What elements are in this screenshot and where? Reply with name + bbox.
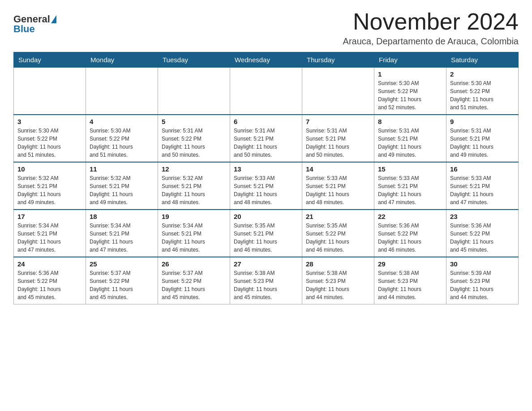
day-info: Sunrise: 5:37 AM Sunset: 5:22 PM Dayligh… [162,269,226,301]
calendar-day-cell: 25Sunrise: 5:37 AM Sunset: 5:22 PM Dayli… [86,257,158,304]
day-number: 6 [234,118,298,125]
day-info: Sunrise: 5:36 AM Sunset: 5:22 PM Dayligh… [378,222,442,254]
day-number: 14 [306,165,370,173]
day-info: Sunrise: 5:33 AM Sunset: 5:21 PM Dayligh… [234,174,298,206]
day-number: 1 [378,70,442,78]
day-info: Sunrise: 5:35 AM Sunset: 5:21 PM Dayligh… [234,222,298,254]
day-info: Sunrise: 5:31 AM Sunset: 5:21 PM Dayligh… [378,127,442,159]
day-number: 4 [90,118,154,125]
day-number: 16 [450,165,515,173]
weekday-header: Sunday [14,52,86,68]
day-number: 10 [17,165,82,173]
day-number: 13 [234,165,298,173]
weekday-header: Thursday [302,52,374,68]
calendar-day-cell: 11Sunrise: 5:32 AM Sunset: 5:21 PM Dayli… [86,162,158,210]
calendar-day-cell: 5Sunrise: 5:31 AM Sunset: 5:22 PM Daylig… [158,115,230,162]
weekday-header: Saturday [446,52,519,68]
calendar-day-cell: 3Sunrise: 5:30 AM Sunset: 5:22 PM Daylig… [14,115,86,162]
day-info: Sunrise: 5:39 AM Sunset: 5:23 PM Dayligh… [450,269,515,301]
day-number: 29 [378,260,442,268]
calendar-day-cell [14,68,86,115]
day-info: Sunrise: 5:35 AM Sunset: 5:22 PM Dayligh… [306,222,370,254]
calendar-day-cell: 7Sunrise: 5:31 AM Sunset: 5:21 PM Daylig… [302,115,374,162]
calendar-week-row: 24Sunrise: 5:36 AM Sunset: 5:22 PM Dayli… [14,257,519,304]
calendar-day-cell: 23Sunrise: 5:36 AM Sunset: 5:22 PM Dayli… [446,210,519,257]
calendar-day-cell [230,68,302,115]
day-number: 30 [450,260,515,268]
day-info: Sunrise: 5:34 AM Sunset: 5:21 PM Dayligh… [90,222,154,254]
calendar-day-cell: 30Sunrise: 5:39 AM Sunset: 5:23 PM Dayli… [446,257,519,304]
day-info: Sunrise: 5:32 AM Sunset: 5:21 PM Dayligh… [162,174,226,206]
day-number: 3 [17,118,82,125]
logo-triangle-icon [51,15,56,23]
day-info: Sunrise: 5:31 AM Sunset: 5:21 PM Dayligh… [450,127,515,159]
day-number: 5 [162,118,226,125]
calendar-day-cell: 18Sunrise: 5:34 AM Sunset: 5:21 PM Dayli… [86,210,158,257]
calendar-day-cell [158,68,230,115]
calendar-day-cell: 28Sunrise: 5:38 AM Sunset: 5:23 PM Dayli… [302,257,374,304]
month-title: November 2024 [343,9,519,34]
day-number: 2 [450,70,515,78]
logo: General Blue [13,13,56,35]
calendar-day-cell: 20Sunrise: 5:35 AM Sunset: 5:21 PM Dayli… [230,210,302,257]
day-info: Sunrise: 5:31 AM Sunset: 5:21 PM Dayligh… [234,127,298,159]
weekday-header: Tuesday [158,52,230,68]
day-info: Sunrise: 5:37 AM Sunset: 5:22 PM Dayligh… [90,269,154,301]
calendar-day-cell [86,68,158,115]
calendar-day-cell: 4Sunrise: 5:30 AM Sunset: 5:22 PM Daylig… [86,115,158,162]
calendar-week-row: 3Sunrise: 5:30 AM Sunset: 5:22 PM Daylig… [14,115,519,162]
calendar-week-row: 1Sunrise: 5:30 AM Sunset: 5:22 PM Daylig… [14,68,519,115]
day-info: Sunrise: 5:33 AM Sunset: 5:21 PM Dayligh… [378,174,442,206]
day-number: 27 [234,260,298,268]
calendar-table: SundayMondayTuesdayWednesdayThursdayFrid… [13,52,519,304]
calendar-day-cell: 10Sunrise: 5:32 AM Sunset: 5:21 PM Dayli… [14,162,86,210]
day-info: Sunrise: 5:34 AM Sunset: 5:21 PM Dayligh… [162,222,226,254]
day-info: Sunrise: 5:38 AM Sunset: 5:23 PM Dayligh… [378,269,442,301]
day-number: 11 [90,165,154,173]
day-number: 18 [90,213,154,220]
day-info: Sunrise: 5:32 AM Sunset: 5:21 PM Dayligh… [17,174,82,206]
calendar-day-cell: 13Sunrise: 5:33 AM Sunset: 5:21 PM Dayli… [230,162,302,210]
calendar-day-cell: 12Sunrise: 5:32 AM Sunset: 5:21 PM Dayli… [158,162,230,210]
calendar-day-cell: 26Sunrise: 5:37 AM Sunset: 5:22 PM Dayli… [158,257,230,304]
day-number: 21 [306,213,370,220]
day-info: Sunrise: 5:36 AM Sunset: 5:22 PM Dayligh… [450,222,515,254]
day-number: 19 [162,213,226,220]
calendar-day-cell [302,68,374,115]
weekday-header-row: SundayMondayTuesdayWednesdayThursdayFrid… [14,52,519,68]
calendar-week-row: 10Sunrise: 5:32 AM Sunset: 5:21 PM Dayli… [14,162,519,210]
day-number: 25 [90,260,154,268]
weekday-header: Wednesday [230,52,302,68]
calendar-day-cell: 6Sunrise: 5:31 AM Sunset: 5:21 PM Daylig… [230,115,302,162]
day-number: 9 [450,118,515,125]
weekday-header: Monday [86,52,158,68]
day-number: 28 [306,260,370,268]
day-number: 12 [162,165,226,173]
day-number: 8 [378,118,442,125]
day-number: 15 [378,165,442,173]
calendar-day-cell: 16Sunrise: 5:33 AM Sunset: 5:21 PM Dayli… [446,162,519,210]
day-info: Sunrise: 5:36 AM Sunset: 5:22 PM Dayligh… [17,269,82,301]
day-number: 20 [234,213,298,220]
location: Arauca, Departamento de Arauca, Colombia [343,36,519,47]
day-info: Sunrise: 5:33 AM Sunset: 5:21 PM Dayligh… [450,174,515,206]
page-header: General Blue November 2024 Arauca, Depar… [13,9,519,47]
calendar-day-cell: 14Sunrise: 5:33 AM Sunset: 5:21 PM Dayli… [302,162,374,210]
calendar-day-cell: 24Sunrise: 5:36 AM Sunset: 5:22 PM Dayli… [14,257,86,304]
day-info: Sunrise: 5:33 AM Sunset: 5:21 PM Dayligh… [306,174,370,206]
logo-blue: Blue [13,23,35,35]
calendar-day-cell: 21Sunrise: 5:35 AM Sunset: 5:22 PM Dayli… [302,210,374,257]
day-info: Sunrise: 5:30 AM Sunset: 5:22 PM Dayligh… [378,79,442,111]
day-number: 17 [17,213,82,220]
day-number: 23 [450,213,515,220]
day-number: 22 [378,213,442,220]
day-info: Sunrise: 5:30 AM Sunset: 5:22 PM Dayligh… [90,127,154,159]
day-info: Sunrise: 5:38 AM Sunset: 5:23 PM Dayligh… [234,269,298,301]
calendar-week-row: 17Sunrise: 5:34 AM Sunset: 5:21 PM Dayli… [14,210,519,257]
day-info: Sunrise: 5:31 AM Sunset: 5:22 PM Dayligh… [162,127,226,159]
calendar-day-cell: 2Sunrise: 5:30 AM Sunset: 5:22 PM Daylig… [446,68,519,115]
calendar-day-cell: 15Sunrise: 5:33 AM Sunset: 5:21 PM Dayli… [374,162,446,210]
weekday-header: Friday [374,52,446,68]
calendar-day-cell: 27Sunrise: 5:38 AM Sunset: 5:23 PM Dayli… [230,257,302,304]
calendar-day-cell: 19Sunrise: 5:34 AM Sunset: 5:21 PM Dayli… [158,210,230,257]
